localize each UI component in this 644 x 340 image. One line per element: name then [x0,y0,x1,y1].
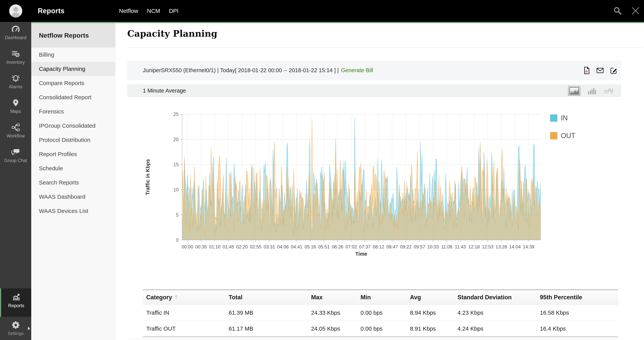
column-header-avg[interactable]: Avg [406,294,454,301]
user-avatar[interactable] [0,0,31,22]
table-row-traffic-out: Traffic OUT61.17 MB24.05 Kbps0.00 bps8.9… [143,321,618,337]
svg-text:14:04: 14:04 [509,244,521,249]
subnav-items: BillingCapacity PlanningCompare ReportsC… [31,48,115,218]
svg-text:00:00: 00:00 [182,244,193,249]
svg-text:09:22: 09:22 [400,244,412,249]
svg-text:20: 20 [173,137,179,142]
table-cell: Traffic OUT [143,325,225,332]
column-header-min[interactable]: Min [357,294,406,301]
report-scope-label: JuniperSRX550 (Ethernet0/1) | Today[ 201… [143,67,339,73]
svg-text:07:37: 07:37 [359,244,371,249]
submenu-arrow-icon [28,327,30,330]
table-cell: 16.4 Kbps [536,325,618,332]
subnav-title: Netflow Reports [31,23,115,48]
sidebar-item-workflow[interactable]: Workflow [0,120,31,145]
svg-text:05:16: 05:16 [304,244,316,249]
sidebar-item-maps[interactable]: Maps [0,96,31,120]
sidebar-item-label: Workflow [0,133,31,139]
chart-view-switcher [568,84,613,97]
maps-icon [11,98,20,107]
svg-text:07:02: 07:02 [346,244,357,249]
app-icon-sidebar: DashboardInventoryAlarmsMapsWorkflowGrou… [0,0,31,340]
search-button[interactable] [612,6,622,16]
svg-text:02:55: 02:55 [250,244,262,249]
legend-swatch-out [550,132,557,139]
chart-legend: INOUT [550,114,576,149]
alarms-icon [11,74,20,83]
module-title: Reports [38,0,64,22]
email-icon [596,66,604,75]
report-heading: Capacity Planning [127,28,217,39]
area-chart-icon [569,87,579,95]
column-header-category[interactable]: Category [143,294,225,301]
svg-text:06:26: 06:26 [332,244,343,249]
table-cell: 61.39 MB [225,309,308,316]
subnav-item-forensics[interactable]: Forensics [31,104,115,119]
top-tab-netflow[interactable]: Netflow [119,8,138,14]
svg-text:00:35: 00:35 [195,244,207,249]
table-cell: 24.05 Kbps [308,325,357,332]
sidebar-item-dashboard[interactable]: Dashboard [0,22,31,47]
dashboard-icon [11,25,20,34]
subnav-item-report-profiles[interactable]: Report Profiles [31,147,115,161]
inventory-icon [11,49,20,58]
column-header-95th-percentile[interactable]: 95th Percentile [536,294,618,301]
table-header-row: CategoryTotalMaxMinAvgStandard Deviation… [143,290,618,305]
subnav-item-compare-reports[interactable]: Compare Reports [31,76,115,90]
subnav-item-waas-dashboard[interactable]: WAAS Dashboard [31,190,115,204]
pdf-export-button[interactable] [583,66,591,75]
sidebar-item-inventory[interactable]: Inventory [0,47,31,71]
legend-label: OUT [561,132,576,140]
sidebar-item-alarms[interactable]: Alarms [0,71,31,96]
subnav-item-protocol-distribution[interactable]: Protocol Distribution [31,133,115,147]
line-chart-view-button[interactable] [603,87,613,95]
table-row-traffic-in: Traffic IN61.39 MB24.33 Kbps0.00 bps8.94… [143,305,618,321]
traffic-summary-table: CategoryTotalMaxMinAvgStandard Deviation… [143,289,618,337]
email-button[interactable] [596,66,604,75]
svg-text:14:39: 14:39 [523,244,534,249]
bar-chart-icon [587,87,597,95]
svg-text:25: 25 [173,112,179,117]
legend-item-in[interactable]: IN [550,114,576,122]
subnav-item-billing[interactable]: Billing [31,48,115,62]
subnav-item-search-reports[interactable]: Search Reports [31,176,115,190]
edit-button[interactable] [610,66,618,75]
svg-text:04:41: 04:41 [291,244,302,249]
subnav-item-waas-devices-list[interactable]: WAAS Devices List [31,204,115,218]
table-cell: 0.00 bps [357,325,406,332]
sidebar-item-label: Maps [0,109,31,114]
column-header-standard-deviation[interactable]: Standard Deviation [454,294,536,301]
area-chart-view-button[interactable] [568,86,580,96]
report-scope-bar: JuniperSRX550 (Ethernet0/1) | Today[ 201… [127,61,621,80]
bar-chart-view-button[interactable] [587,87,597,95]
sidebar-item-settings[interactable]: Settings [0,317,31,340]
subnav-item-ipgroup-consolidated[interactable]: IPGroup Consolidated [31,119,115,133]
generate-bill-link[interactable]: Generate Bill [341,67,373,73]
subnav-item-capacity-planning[interactable]: Capacity Planning [31,62,115,76]
svg-text:10:33: 10:33 [428,244,439,249]
top-tab-dpi[interactable]: DPI [169,8,178,14]
column-header-max[interactable]: Max [308,294,357,301]
sidebar-item-reports[interactable]: Reports [0,288,31,317]
svg-text:02:20: 02:20 [236,244,248,249]
svg-text:13:28: 13:28 [496,244,507,249]
close-icon [630,6,640,16]
table-cell: 4.24 Kbps [454,325,536,332]
sidebar-item-label: Reports [1,303,31,308]
sidebar-item-label: Alarms [0,84,31,89]
svg-text:11:43: 11:43 [455,244,466,249]
legend-item-out[interactable]: OUT [550,132,576,140]
table-cell: Traffic IN [143,309,225,316]
svg-text:5: 5 [176,212,179,218]
svg-text:0: 0 [176,237,179,243]
group-chat-icon [11,148,20,156]
netflow-reports-panel: Netflow Reports BillingCapacity Planning… [31,23,116,340]
subnav-item-schedule[interactable]: Schedule [31,161,115,176]
column-header-total[interactable]: Total [225,294,308,301]
close-button[interactable] [630,6,640,16]
sidebar-item-groupchat[interactable]: Group Chat [0,145,31,169]
svg-text:12:53: 12:53 [482,244,493,249]
top-tab-ncm[interactable]: NCM [147,8,160,14]
subnav-item-consolidated-report[interactable]: Consolidated Report [31,90,115,104]
top-bar: Reports NetflowNCMDPI [31,0,644,22]
